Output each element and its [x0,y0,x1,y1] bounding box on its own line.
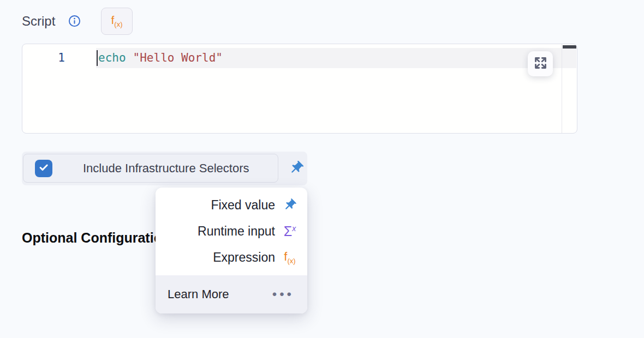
value-type-menu: Fixed value Runtime input Σx Expression … [156,188,307,313]
menu-item-expression[interactable]: Expression f(x) [156,244,307,270]
expression-type-toggle-button[interactable]: f(x) [101,8,133,35]
text-caret [97,50,98,66]
value-type-menu-list: Fixed value Runtime input Σx Expression … [156,188,307,270]
include-selectors-field: Include Infrastructure Selectors [22,152,307,185]
pin-icon [278,194,301,216]
include-infrastructure-selectors-checkbox[interactable] [35,160,52,177]
include-selectors-label: Include Infrastructure Selectors [83,152,249,185]
code-token-command: echo [98,51,126,64]
line-number: 1 [22,48,65,68]
expand-editor-button[interactable] [528,51,553,76]
script-code-editor[interactable]: 1 echo"Hello World" [22,44,577,134]
info-icon[interactable] [68,15,81,27]
code-token-string: "Hello World" [133,51,223,64]
menu-item-runtime-input[interactable]: Runtime input Σx [156,218,307,244]
checkmark-icon [38,161,50,176]
fx-icon: f(x) [281,250,299,265]
sigma-icon: Σx [281,224,299,239]
menu-item-fixed-value[interactable]: Fixed value [156,192,307,218]
pin-icon [284,156,308,180]
page: Script f(x) 1 echo"Hello World" [0,0,644,338]
editor-scrollbar-thumb[interactable] [563,45,576,49]
fixed-value-type-button[interactable] [284,152,307,185]
code-line[interactable]: echo"Hello World" [98,48,223,68]
ellipsis-icon: ••• [272,275,294,313]
learn-more-link[interactable]: Learn More [168,287,229,301]
optional-configuration-heading: Optional Configuration [22,230,170,246]
editor-scrollbar-track [562,44,562,133]
fx-icon: f(x) [111,14,122,28]
expand-icon [533,56,548,73]
script-field-label: Script [22,14,55,29]
value-type-menu-footer: Learn More ••• [156,275,307,313]
